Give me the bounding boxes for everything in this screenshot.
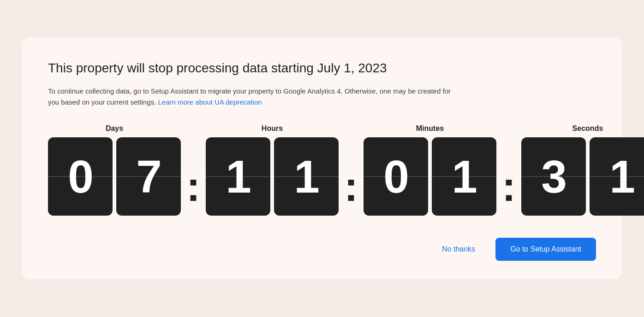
countdown-groups: Days 0 7 : Hours 1 [48, 124, 644, 216]
seconds-label: Seconds [572, 124, 603, 133]
days-group: Days 0 7 [48, 124, 181, 216]
hours-digit-1: 1 [206, 137, 270, 216]
colon-hours-minutes: : [339, 166, 364, 216]
dialog-title: This property will stop processing data … [48, 60, 596, 76]
learn-more-link[interactable]: Learn more about UA deprecation [158, 98, 262, 106]
days-digit-2: 7 [116, 137, 181, 216]
hours-digits: 1 1 [206, 137, 339, 216]
seconds-digits: 3 1 [521, 137, 644, 216]
countdown-section: Days 0 7 : Hours 1 [48, 124, 596, 216]
minutes-digit-2: 1 [432, 137, 496, 216]
minutes-digit-1: 0 [364, 137, 428, 216]
hours-group: Hours 1 1 [206, 124, 339, 216]
hours-label: Hours [262, 124, 283, 133]
minutes-label: Minutes [416, 124, 444, 133]
days-digit-1: 0 [48, 137, 113, 216]
dialog-description: To continue collecting data, go to Setup… [48, 86, 463, 108]
seconds-digit-1: 3 [521, 137, 586, 216]
days-label: Days [106, 124, 123, 133]
minutes-group: Minutes 0 1 [364, 124, 496, 216]
setup-assistant-button[interactable]: Go to Setup Assistant [495, 238, 596, 261]
minutes-digits: 0 1 [364, 137, 496, 216]
no-thanks-button[interactable]: No thanks [433, 240, 484, 259]
dialog-container: This property will stop processing data … [22, 38, 622, 279]
days-digits: 0 7 [48, 137, 181, 216]
hours-digit-2: 1 [274, 137, 339, 216]
actions-row: No thanks Go to Setup Assistant [48, 238, 596, 261]
seconds-digit-2: 1 [590, 137, 644, 216]
colon-days-hours: : [181, 166, 206, 216]
colon-minutes-seconds: : [496, 166, 521, 216]
seconds-group: Seconds 3 1 [521, 124, 644, 216]
